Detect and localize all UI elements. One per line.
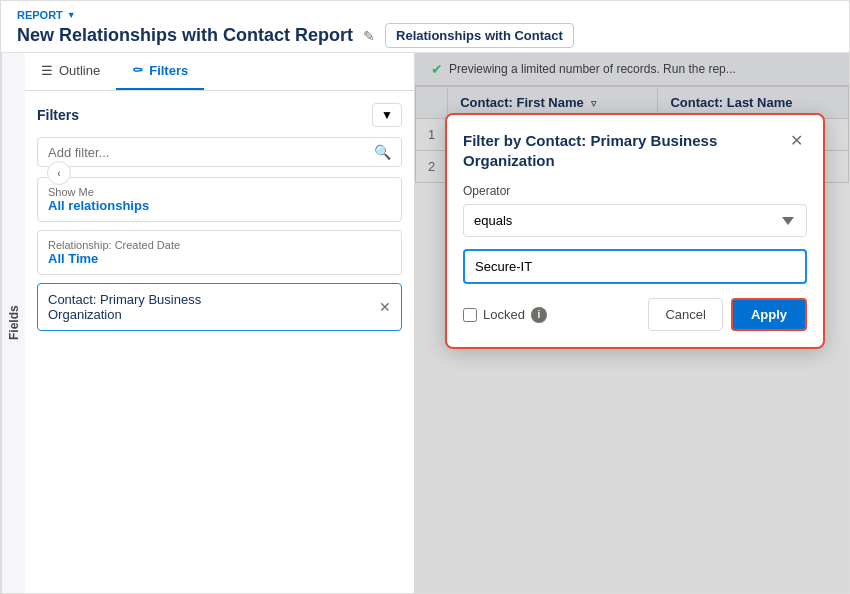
show-me-filter[interactable]: Show Me All relationships: [37, 177, 402, 222]
header: REPORT ▼ New Relationships with Contact …: [1, 1, 849, 53]
modal-title: Filter by Contact: Primary Business Orga…: [463, 131, 786, 170]
tab-bar: ☰ Outline ⚰ Filters: [25, 53, 414, 91]
fields-sidebar-tab[interactable]: Fields: [1, 53, 25, 593]
expand-button[interactable]: ‹: [47, 161, 71, 185]
locked-label: Locked: [483, 307, 525, 322]
filter-panel-title: Filters: [37, 107, 79, 123]
show-me-value: All relationships: [48, 198, 391, 213]
filter-panel-header: Filters ▼: [37, 103, 402, 127]
created-date-filter[interactable]: Relationship: Created Date All Time: [37, 230, 402, 275]
header-row: New Relationships with Contact Report ✎ …: [17, 23, 833, 48]
filter-value-input[interactable]: [463, 249, 807, 284]
left-panel: ‹ ☰ Outline ⚰ Filters Filters ▼: [25, 53, 415, 593]
cancel-button[interactable]: Cancel: [648, 298, 722, 331]
right-panel: ✔ Previewing a limited number of records…: [415, 53, 849, 593]
created-date-value: All Time: [48, 251, 391, 266]
filter-panel: Filters ▼ Add filter... 🔍 Show Me All re…: [25, 91, 414, 593]
tab-filters-label: Filters: [149, 63, 188, 78]
modal-actions: Cancel Apply: [648, 298, 807, 331]
locked-row: Locked i: [463, 307, 547, 323]
add-filter-placeholder: Add filter...: [48, 145, 109, 160]
info-icon[interactable]: i: [531, 307, 547, 323]
tab-filters[interactable]: ⚰ Filters: [116, 53, 204, 90]
filter-icon: ⚰: [132, 63, 143, 78]
tab-outline-label: Outline: [59, 63, 100, 78]
add-filter-input[interactable]: Add filter... 🔍: [37, 137, 402, 167]
report-label: REPORT ▼: [17, 9, 833, 21]
filter-menu-button[interactable]: ▼: [372, 103, 402, 127]
operator-label: Operator: [463, 184, 807, 198]
contact-org-filter[interactable]: Contact: Primary BusinessOrganization ✕: [37, 283, 402, 331]
modal-footer: Locked i Cancel Apply: [463, 298, 807, 331]
app-container: REPORT ▼ New Relationships with Contact …: [0, 0, 850, 594]
filter-modal: Filter by Contact: Primary Business Orga…: [445, 113, 825, 349]
remove-filter-icon[interactable]: ✕: [379, 299, 391, 315]
modal-header: Filter by Contact: Primary Business Orga…: [463, 131, 807, 170]
outline-icon: ☰: [41, 63, 53, 78]
apply-button[interactable]: Apply: [731, 298, 807, 331]
contact-org-label: Contact: Primary BusinessOrganization: [48, 292, 201, 322]
modal-close-button[interactable]: ✕: [786, 131, 807, 150]
report-type-badge[interactable]: Relationships with Contact: [385, 23, 574, 48]
show-me-label: Show Me: [48, 186, 391, 198]
operator-select[interactable]: equals not equal to contains does not co…: [463, 204, 807, 237]
search-icon: 🔍: [374, 144, 391, 160]
fields-tab-label: Fields: [7, 306, 21, 341]
created-date-label: Relationship: Created Date: [48, 239, 391, 251]
locked-checkbox[interactable]: [463, 308, 477, 322]
report-title: New Relationships with Contact Report: [17, 25, 353, 46]
tab-outline[interactable]: ☰ Outline: [25, 53, 116, 90]
report-chevron-icon[interactable]: ▼: [67, 10, 76, 20]
main-body: Fields ‹ ☰ Outline ⚰ Filters: [1, 53, 849, 593]
report-text: REPORT: [17, 9, 63, 21]
edit-icon[interactable]: ✎: [363, 28, 375, 44]
